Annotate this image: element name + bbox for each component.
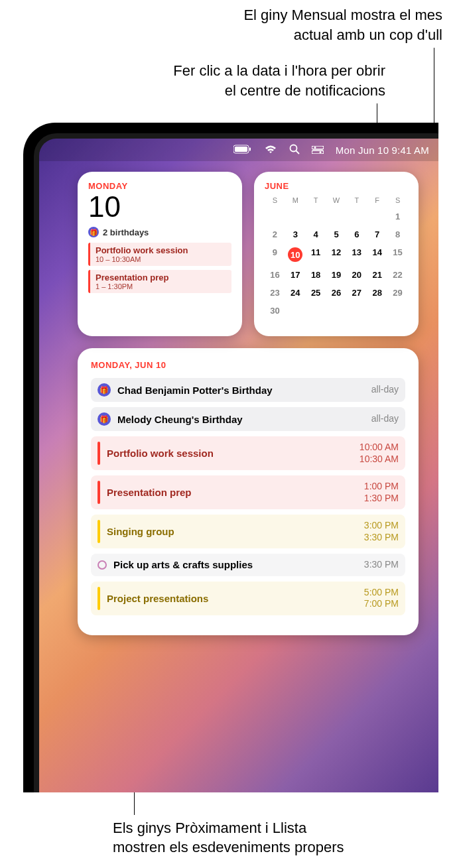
month-dow: M — [285, 196, 306, 207]
reminder-circle-icon — [98, 560, 107, 570]
month-dow: S — [387, 196, 408, 207]
month-widget[interactable]: JUNE SMTWTFS 123456789101112131415161718… — [254, 172, 419, 336]
list-event-row: Singing group3:00 PM3:30 PM — [91, 515, 405, 548]
month-dow: W — [326, 196, 347, 207]
month-day: 23 — [265, 284, 285, 301]
month-day: 8 — [387, 226, 408, 243]
event-title: Singing group — [107, 526, 364, 537]
month-day — [265, 208, 285, 225]
month-day: 7 — [367, 226, 387, 243]
battery-icon[interactable] — [233, 145, 252, 156]
gift-icon: 🎁 — [98, 383, 111, 397]
list-event-row: Project presentations5:00 PM7:00 PM — [91, 582, 405, 615]
month-day: 21 — [367, 267, 387, 283]
month-day: 27 — [346, 284, 367, 301]
event-time: 1:00 PM1:30 PM — [364, 481, 399, 504]
list-event-row: Portfolio work session10:00 AM10:30 AM — [91, 436, 405, 470]
month-day: 29 — [387, 284, 408, 301]
month-day — [285, 208, 306, 225]
month-day — [285, 302, 306, 319]
month-day — [306, 302, 326, 319]
month-dow: T — [306, 196, 326, 207]
today-widget[interactable]: MONDAY 10 🎁 2 birthdays Portfolio work s… — [78, 172, 242, 336]
month-day: 20 — [346, 267, 367, 283]
svg-rect-1 — [235, 147, 247, 152]
svg-point-8 — [319, 151, 321, 153]
month-day — [367, 302, 387, 319]
svg-rect-5 — [312, 146, 324, 149]
month-dow: F — [367, 196, 387, 207]
month-dow: S — [265, 196, 285, 207]
month-day: 11 — [306, 244, 326, 265]
svg-point-6 — [314, 147, 316, 149]
widgets-area: MONDAY 10 🎁 2 birthdays Portfolio work s… — [78, 172, 419, 635]
month-day: 10 — [285, 244, 306, 265]
month-day: 24 — [285, 284, 306, 301]
today-day-label: MONDAY — [88, 181, 231, 191]
month-day — [326, 302, 347, 319]
month-day: 2 — [265, 226, 285, 243]
svg-rect-7 — [312, 151, 324, 154]
month-day: 5 — [326, 226, 347, 243]
list-event-row: Presentation prep1:00 PM1:30 PM — [91, 475, 405, 509]
desktop: Mon Jun 10 9:41 AM MONDAY 10 🎁 2 birthda… — [39, 139, 438, 792]
month-day — [346, 208, 367, 225]
month-day: 19 — [326, 267, 347, 283]
event-time: 3:00 PM3:30 PM — [364, 520, 399, 543]
menubar-clock[interactable]: Mon Jun 10 9:41 AM — [336, 145, 429, 156]
month-day — [346, 302, 367, 319]
event-color-bar — [98, 520, 100, 543]
event-color-bar — [98, 587, 100, 610]
month-grid: SMTWTFS 12345678910111213141516171819202… — [265, 196, 408, 319]
month-day: 22 — [387, 267, 408, 283]
event-time: 10:00 AM10:30 AM — [359, 442, 399, 465]
month-day: 16 — [265, 267, 285, 283]
month-title: JUNE — [265, 181, 408, 191]
screen-bezel: Mon Jun 10 9:41 AM MONDAY 10 🎁 2 birthda… — [34, 133, 438, 792]
month-day — [326, 208, 347, 225]
month-day — [387, 302, 408, 319]
list-event-row: 🎁Chad Benjamin Potter's Birthdayall-day — [91, 378, 405, 402]
today-event: Presentation prep1 – 1:30PM — [88, 270, 231, 293]
callout-clock: Fer clic a la data i l'hora per obrir el… — [173, 61, 385, 100]
event-color-bar — [98, 481, 100, 504]
month-dow: T — [346, 196, 367, 207]
event-title: Portfolio work session — [107, 448, 359, 459]
gift-icon: 🎁 — [98, 412, 111, 426]
month-day: 18 — [306, 267, 326, 283]
wifi-icon[interactable] — [264, 145, 277, 156]
event-time: 3:30 PM — [364, 559, 399, 571]
event-title: Presentation prep — [107, 487, 364, 498]
month-day: 26 — [326, 284, 347, 301]
event-title: Presentation prep — [96, 273, 226, 282]
event-color-bar — [98, 442, 100, 465]
list-widget[interactable]: MONDAY, JUN 10 🎁Chad Benjamin Potter's B… — [78, 348, 419, 635]
month-day: 3 — [285, 226, 306, 243]
callout-monthly-widget: El giny Mensual mostra el mes actual amb… — [243, 5, 442, 44]
event-time: all-day — [371, 384, 399, 396]
birthdays-count: 2 birthdays — [103, 227, 149, 237]
event-time: all-day — [371, 413, 399, 425]
today-event: Portfolio work session10 – 10:30AM — [88, 243, 231, 266]
today-date-number: 10 — [88, 192, 231, 221]
month-day: 13 — [346, 244, 367, 265]
month-day: 28 — [367, 284, 387, 301]
search-icon[interactable] — [289, 144, 300, 156]
event-time: 5:00 PM7:00 PM — [364, 587, 399, 610]
event-title: Portfolio work session — [96, 245, 226, 255]
callout-list-widget: Els ginys Pròximament i Llista mostren e… — [113, 818, 344, 857]
month-day: 25 — [306, 284, 326, 301]
control-center-icon[interactable] — [312, 145, 324, 156]
month-day: 17 — [285, 267, 306, 283]
month-day: 12 — [326, 244, 347, 265]
month-day: 15 — [387, 244, 408, 265]
month-day: 14 — [367, 244, 387, 265]
birthdays-row: 🎁 2 birthdays — [88, 227, 231, 237]
menubar: Mon Jun 10 9:41 AM — [39, 139, 438, 161]
event-title: Chad Benjamin Potter's Birthday — [117, 385, 371, 396]
list-header: MONDAY, JUN 10 — [91, 360, 405, 370]
gift-icon: 🎁 — [88, 227, 99, 237]
device-frame: Mon Jun 10 9:41 AM MONDAY 10 🎁 2 birthda… — [23, 123, 438, 792]
list-event-row: Pick up arts & crafts supplies3:30 PM — [91, 554, 405, 576]
month-day — [306, 208, 326, 225]
